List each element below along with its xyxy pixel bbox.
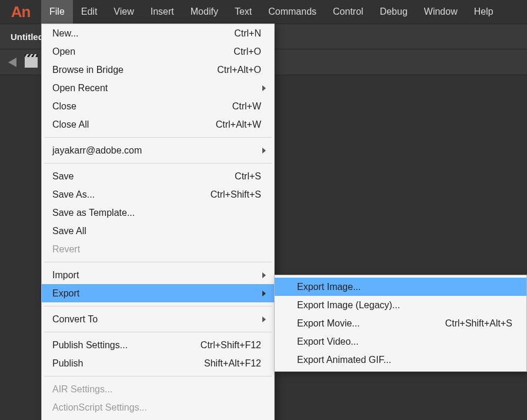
menuitem-publish[interactable]: Publish Shift+Alt+F12: [42, 354, 274, 372]
back-icon[interactable]: [8, 58, 16, 67]
menu-text[interactable]: Text: [226, 0, 260, 24]
menuitem-revert: Revert: [42, 240, 274, 258]
separator: [44, 332, 272, 332]
menuitem-close-all[interactable]: Close All Ctrl+Alt+W: [42, 115, 274, 134]
menuitem-save-all[interactable]: Save All: [42, 222, 274, 240]
menu-control[interactable]: Control: [325, 0, 372, 24]
scene-icon[interactable]: [25, 57, 38, 68]
file-dropdown: New... Ctrl+N Open Ctrl+O Browse in Brid…: [41, 24, 275, 420]
menu-modify[interactable]: Modify: [182, 0, 226, 24]
menuitem-export-movie[interactable]: Export Movie... Ctrl+Shift+Alt+S: [275, 314, 526, 332]
separator: [44, 306, 272, 306]
chevron-right-icon: [262, 316, 266, 322]
separator: [44, 262, 272, 262]
menuitem-open[interactable]: Open Ctrl+O: [42, 42, 274, 61]
menuitem-export-image-legacy[interactable]: Export Image (Legacy)...: [275, 296, 526, 314]
chevron-right-icon: [262, 148, 266, 154]
menu-window[interactable]: Window: [416, 0, 466, 24]
menu-commands[interactable]: Commands: [260, 0, 325, 24]
menuitem-convert-to[interactable]: Convert To: [42, 310, 274, 328]
menu-help[interactable]: Help: [466, 0, 502, 24]
menuitem-save-template[interactable]: Save as Template...: [42, 204, 274, 222]
menuitem-air-settings: AIR Settings...: [42, 380, 274, 398]
menuitem-export-image[interactable]: Export Image...: [275, 278, 526, 296]
menuitem-publish-settings[interactable]: Publish Settings... Ctrl+Shift+F12: [42, 336, 274, 354]
menuitem-import[interactable]: Import: [42, 266, 274, 284]
menuitem-save-as[interactable]: Save As... Ctrl+Shift+S: [42, 185, 274, 204]
menu-view[interactable]: View: [105, 0, 142, 24]
menu-file[interactable]: File: [41, 0, 73, 24]
menubar: An File Edit View Insert Modify Text Com…: [0, 0, 527, 24]
menuitem-new[interactable]: New... Ctrl+N: [42, 24, 274, 42]
menu-edit[interactable]: Edit: [73, 0, 106, 24]
menuitem-open-recent[interactable]: Open Recent: [42, 79, 274, 97]
menuitem-export-video[interactable]: Export Video...: [275, 332, 526, 351]
separator: [44, 376, 272, 376]
menuitem-actionscript-settings: ActionScript Settings...: [42, 398, 274, 416]
menu-insert[interactable]: Insert: [142, 0, 182, 24]
menuitem-export-animated-gif[interactable]: Export Animated GIF...: [275, 351, 526, 369]
menuitem-browse-bridge[interactable]: Browse in Bridge Ctrl+Alt+O: [42, 61, 274, 79]
menu-debug[interactable]: Debug: [372, 0, 416, 24]
export-submenu: Export Image... Export Image (Legacy)...…: [274, 275, 527, 372]
separator: [44, 163, 272, 164]
chevron-right-icon: [262, 291, 266, 296]
menuitem-close[interactable]: Close Ctrl+W: [42, 97, 274, 115]
separator: [44, 137, 272, 138]
chevron-right-icon: [262, 272, 266, 278]
menuitem-export[interactable]: Export: [42, 284, 274, 302]
menuitem-account[interactable]: jayakarr@adobe.com: [42, 141, 274, 159]
chevron-right-icon: [262, 85, 266, 91]
app-logo: An: [0, 0, 41, 24]
menuitem-save[interactable]: Save Ctrl+S: [42, 167, 274, 185]
